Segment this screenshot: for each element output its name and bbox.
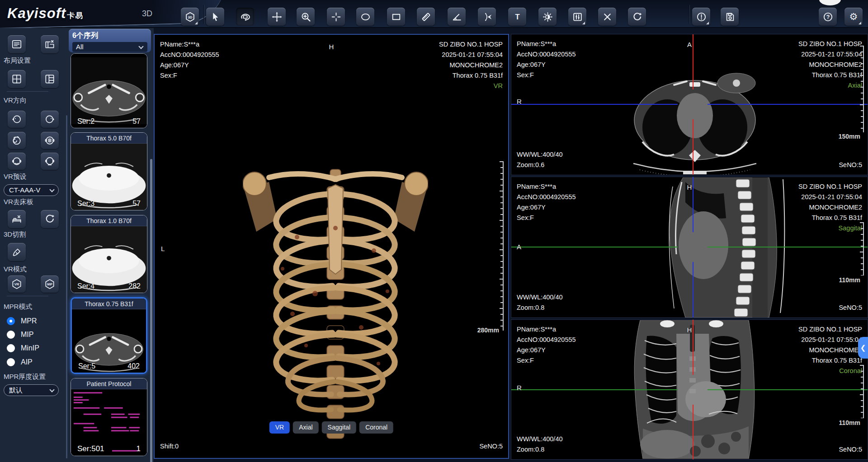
crosshair-vertical[interactable]: [693, 320, 693, 375]
layout-list-icon: [11, 38, 23, 50]
settings-button[interactable]: ⚙: [844, 8, 863, 26]
crosshair-horizontal[interactable]: [708, 247, 868, 247]
user-avatar[interactable]: [819, 0, 841, 5]
study-datetime: 2025-01-21 07:55:04: [798, 49, 862, 60]
vr-direction-right-button[interactable]: [41, 111, 59, 128]
grid-2x2-icon: [11, 73, 23, 85]
crosshair-horizontal[interactable]: [511, 104, 678, 105]
mpr-mode-option-mpr[interactable]: MPR: [7, 317, 37, 325]
crosshair-horizontal[interactable]: [511, 389, 678, 390]
window-presets-button[interactable]: [568, 8, 586, 26]
help-button[interactable]: ?: [819, 8, 837, 26]
crosshair-vertical[interactable]: [693, 262, 693, 317]
crosshair-vertical[interactable]: [693, 405, 693, 459]
orientation-left: R: [517, 98, 522, 105]
crosshair-vertical[interactable]: [693, 177, 693, 232]
rotate-3d-button[interactable]: [236, 8, 254, 26]
scale-ruler: [860, 222, 864, 275]
accession-number: AccNO:0004920555: [160, 50, 219, 60]
vr-direction-superior-button[interactable]: [8, 132, 26, 149]
panel-collapse-button[interactable]: ❮: [858, 337, 868, 359]
delete-annotation-button[interactable]: [598, 8, 616, 26]
cobb-angle-button[interactable]: [478, 8, 496, 26]
angle-button[interactable]: [448, 8, 466, 26]
coronal-viewport[interactable]: PName:S***a AccNO:0004920555 Age:067Y Se…: [511, 319, 868, 460]
scalpel-button[interactable]: [8, 243, 26, 261]
thumbnail-footer: Ser:4 282: [71, 282, 147, 290]
report-button[interactable]: [692, 8, 710, 26]
mpr-mode-option-mip[interactable]: MIP: [7, 331, 33, 339]
layout-section-label: 布局设置: [4, 56, 31, 65]
crosshair-vertical[interactable]: [693, 119, 693, 175]
view-label: Coronal: [798, 366, 862, 376]
series-filter-select[interactable]: All: [72, 42, 147, 52]
series-header: 6个序列 All: [69, 29, 151, 52]
saggital-view-button[interactable]: Saggital: [322, 421, 357, 434]
vr-mode-vr-button[interactable]: VR: [8, 275, 26, 293]
ruler-label: 280mm: [477, 327, 499, 334]
thumbnail-image: Ser:501 1: [71, 389, 147, 456]
crosshair-horizontal[interactable]: [708, 389, 868, 390]
remove-bed-button[interactable]: [8, 210, 26, 228]
bed-reset-button[interactable]: [41, 210, 59, 228]
study-info-overlay: SD ZIBO NO.1 HOSP 2025-01-21 07:55:04 MO…: [439, 39, 503, 91]
series-thumbnail-ser4[interactable]: Thorax 1.0 B70f Ser:4 282: [71, 215, 147, 293]
ellipse-roi-button[interactable]: [356, 8, 374, 26]
sidebar-scrollbar[interactable]: [66, 115, 67, 458]
reset-button[interactable]: [628, 8, 646, 26]
layout-close-button[interactable]: [41, 35, 59, 53]
vr-direction-left-button[interactable]: [8, 111, 26, 128]
axial-view-button[interactable]: Axial: [293, 421, 318, 434]
text-annotation-button[interactable]: T: [508, 8, 526, 26]
series-thumbnail-ser5-selected[interactable]: Thorax 0.75 B31f Ser:5 402: [71, 297, 147, 374]
wwwl-value: WW/WL:400/40: [517, 292, 563, 303]
series-thumbnail-ser2[interactable]: Ser:2 57: [71, 53, 147, 128]
layout-list-button[interactable]: [8, 35, 26, 53]
view-label: Saggital: [798, 223, 862, 233]
pointer-button[interactable]: [206, 8, 224, 26]
series-no: SeNO:5: [839, 303, 862, 313]
study-info-overlay: SD ZIBO NO.1 HOSP 2025-01-21 07:55:04 MO…: [798, 39, 862, 91]
vr-direction-posterior-button[interactable]: [41, 153, 59, 170]
vr-direction-inferior-button[interactable]: [41, 132, 59, 149]
vr-preset-label: VR预设: [4, 173, 27, 181]
series-scrollbar[interactable]: [150, 159, 152, 462]
study-datetime: 2025-01-21 07:55:04: [798, 335, 862, 345]
thumbnail-footer: Ser:5 402: [72, 362, 146, 370]
rect-roi-button[interactable]: [387, 8, 405, 26]
series-thumbnail-ser3[interactable]: Thorax 5.0 B70f Ser:3 57: [71, 132, 147, 210]
series-thumbnail-ser501[interactable]: Patient Protocol Ser:501: [71, 378, 147, 456]
crosshair-horizontal[interactable]: [708, 104, 868, 105]
save-button[interactable]: [721, 8, 739, 26]
crosshair-horizontal[interactable]: [511, 247, 678, 247]
thumbnail-footer: Ser:3 57: [71, 200, 147, 208]
ruler-button[interactable]: [417, 8, 435, 26]
saggital-viewport[interactable]: PName:S***a AccNO:0004920555 Age:067Y Se…: [511, 177, 868, 318]
axial-viewport[interactable]: PName:S***a AccNO:0004920555 Age:067Y Se…: [511, 34, 868, 175]
crosshair-button[interactable]: [327, 8, 345, 26]
pan-button[interactable]: [268, 8, 286, 26]
vr-direction-anterior-button[interactable]: [8, 153, 26, 170]
layout-split-button[interactable]: [41, 70, 59, 88]
thumbnail-image: Ser:4 282: [71, 226, 147, 293]
view-label: VR: [439, 81, 503, 91]
mpr-mode-option-minip[interactable]: MinIP: [7, 344, 39, 352]
orientation-left: L: [161, 245, 165, 252]
window-level-button[interactable]: [538, 8, 557, 26]
scale-ruler: [860, 46, 864, 132]
layout-grid-button[interactable]: [8, 70, 26, 88]
mpr-thickness-select[interactable]: 默认: [4, 384, 59, 396]
vr-viewport[interactable]: PName:S***a AccNO:0004920555 Age:067Y Se…: [154, 34, 509, 459]
head-right-icon: [44, 113, 56, 125]
mpr-mode-option-aip[interactable]: AIP: [7, 358, 33, 366]
crosshair-vertical[interactable]: [693, 34, 693, 89]
vr-view-button[interactable]: VR: [269, 421, 290, 434]
vr-mode-mip-button[interactable]: MIP: [41, 275, 59, 293]
volume-3d-button[interactable]: 3D: [181, 8, 199, 26]
vr-preset-select[interactable]: CT-AAA-V: [4, 184, 59, 196]
zoom-in-button[interactable]: [297, 8, 315, 26]
thumbnail-footer: Ser:501 1: [71, 444, 147, 453]
ellipse-icon: [360, 11, 371, 23]
coronal-view-button[interactable]: Coronal: [359, 421, 393, 434]
series-title: Patient Protocol: [71, 378, 147, 389]
